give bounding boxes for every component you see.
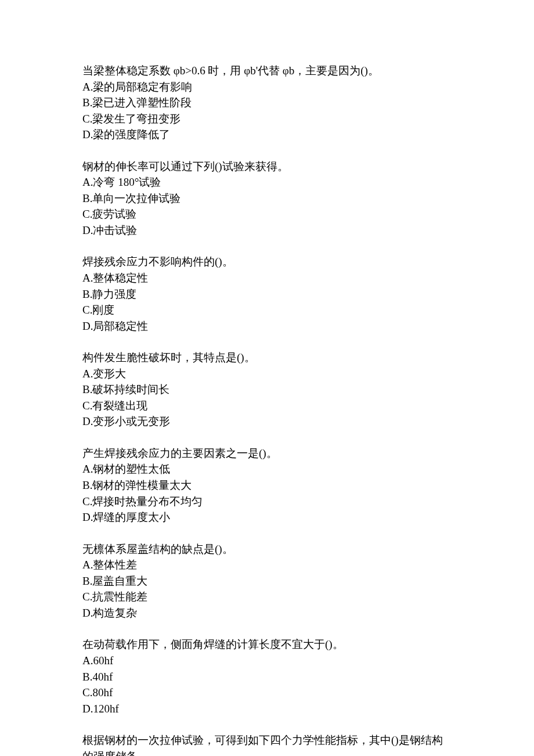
option-a: A.梁的局部稳定有影响 [82,79,453,95]
option-b: B.40hf [82,669,453,685]
option-b: B.屋盖自重大 [82,573,453,589]
option-b: B.单向一次拉伸试验 [82,190,453,207]
option-a: A.60hf [82,653,453,669]
option-d: D.构造复杂 [82,605,453,621]
question-2: 钢材的伸长率可以通过下列()试验来获得。 A.冷弯 180°试验 B.单向一次拉… [82,159,453,239]
option-c: C.疲劳试验 [82,206,453,222]
question-text: 构件发生脆性破坏时，其特点是()。 [82,350,453,366]
option-d: D.冲击试验 [82,222,453,239]
option-b: B.钢材的弹性模量太大 [82,477,453,494]
question-7: 在动荷载作用下，侧面角焊缝的计算长度不宜大于()。 A.60hf B.40hf … [82,636,453,717]
question-text: 根据钢材的一次拉伸试验，可得到如下四个力学性能指标，其中()是钢结构的强度储备。 [82,732,453,756]
question-4: 构件发生脆性破坏时，其特点是()。 A.变形大 B.破坏持续时间长 C.有裂缝出… [82,350,453,430]
option-a: A.整体稳定性 [82,270,453,286]
option-a: A.钢材的塑性太低 [82,461,453,477]
option-a: A.整体性差 [82,557,453,573]
question-text: 当梁整体稳定系数 φb>0.6 时，用 φb'代替 φb，主要是因为()。 [82,63,453,79]
question-text: 在动荷载作用下，侧面角焊缝的计算长度不宜大于()。 [82,636,453,653]
option-b: B.静力强度 [82,286,453,303]
option-c: C.80hf [82,685,453,701]
option-d: D.120hf [82,701,453,717]
option-c: C.抗震性能差 [82,589,453,605]
document-content: 当梁整体稳定系数 φb>0.6 时，用 φb'代替 φb，主要是因为()。 A.… [82,63,453,756]
question-1: 当梁整体稳定系数 φb>0.6 时，用 φb'代替 φb，主要是因为()。 A.… [82,63,453,143]
question-text: 钢材的伸长率可以通过下列()试验来获得。 [82,159,453,175]
option-b: B.破坏持续时间长 [82,381,453,398]
option-c: C.焊接时热量分布不均匀 [82,494,453,510]
option-d: D.局部稳定性 [82,318,453,334]
option-d: D.焊缝的厚度太小 [82,509,453,525]
option-a: A.冷弯 180°试验 [82,174,453,190]
question-3: 焊接残余应力不影响构件的()。 A.整体稳定性 B.静力强度 C.刚度 D.局部… [82,254,453,334]
question-6: 无檩体系屋盖结构的缺点是()。 A.整体性差 B.屋盖自重大 C.抗震性能差 D… [82,541,453,621]
question-text: 焊接残余应力不影响构件的()。 [82,254,453,270]
option-d: D.梁的强度降低了 [82,127,453,143]
option-c: C.梁发生了弯扭变形 [82,111,453,127]
option-b: B.梁已进入弹塑性阶段 [82,95,453,111]
option-d: D.变形小或无变形 [82,413,453,430]
option-c: C.刚度 [82,302,453,318]
question-text: 无檩体系屋盖结构的缺点是()。 [82,541,453,557]
question-8: 根据钢材的一次拉伸试验，可得到如下四个力学性能指标，其中()是钢结构的强度储备。 [82,732,453,756]
option-a: A.变形大 [82,366,453,382]
question-text: 产生焊接残余应力的主要因素之一是()。 [82,445,453,462]
option-c: C.有裂缝出现 [82,398,453,414]
question-5: 产生焊接残余应力的主要因素之一是()。 A.钢材的塑性太低 B.钢材的弹性模量太… [82,445,453,525]
